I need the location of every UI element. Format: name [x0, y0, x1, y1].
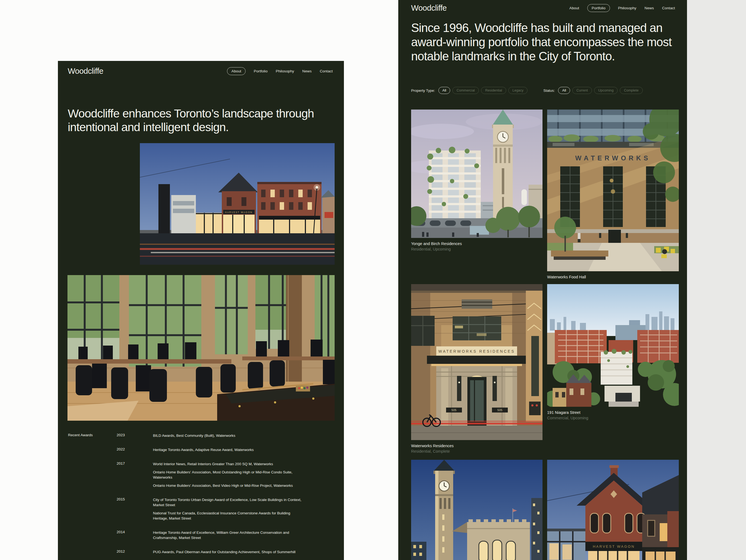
award-year: 2014: [117, 530, 153, 540]
project-title[interactable]: 191 Niagara Street: [547, 410, 679, 415]
project-card-yonge-and-birch[interactable]: Yonge and Birch Residences Residential, …: [411, 110, 543, 251]
award-item: Ontario Home Builders' Association, Most…: [153, 470, 306, 480]
waterworks-residences-sign: WATERWORKS RESIDENCES: [438, 349, 515, 354]
project-card-clock-tower[interactable]: [411, 460, 543, 560]
project-image-yonge-and-birch[interactable]: [411, 110, 543, 238]
award-item: Ontario Home Builders' Association, Best…: [153, 483, 306, 488]
right-margin-area: [687, 0, 746, 560]
status-filter-label: Status:: [543, 88, 555, 93]
award-item: National Trust for Canada, Ecclesiastica…: [153, 510, 306, 521]
project-card-waterworks-food-hall[interactable]: WATERWORKS: [547, 110, 679, 279]
project-title[interactable]: Yonge and Birch Residences: [411, 242, 543, 246]
logo-wordmark[interactable]: Woodcliffe: [68, 67, 103, 76]
project-card-191-niagara[interactable]: 191 Niagara Street Commercial, Upcoming: [547, 284, 679, 420]
project-title[interactable]: Waterworks Residences: [411, 444, 543, 448]
nav-item-contact[interactable]: Contact: [320, 69, 333, 73]
waterworks-residences-illustration: WATERWORKS RESIDENCES: [411, 284, 543, 440]
about-photo-office-interior: [67, 275, 335, 421]
logo-wordmark[interactable]: Woodcliffe: [411, 4, 447, 12]
portfolio-nav: About Portfolio Philosophy News Contact: [569, 4, 675, 12]
award-item: City of Toronto Toronto Urban Design Awa…: [153, 497, 306, 508]
project-image-191-niagara[interactable]: [547, 284, 679, 407]
award-group-2014: 2014 Heritage Toronto Award of Excellenc…: [117, 530, 333, 540]
about-headline: Woodcliffe enhances Toronto’s landscape …: [68, 107, 322, 134]
niagara-aerial-illustration: [547, 284, 679, 407]
page-canvas: Woodcliffe About Portfolio Philosophy Ne…: [0, 0, 746, 560]
summerhill-dusk-illustration: HARVEST WAGON: [547, 460, 679, 560]
award-item: Heritage Toronto Award of Excellence, Wi…: [153, 530, 306, 540]
awards-label: Recent Awards: [68, 433, 117, 560]
filter-property-all[interactable]: All: [438, 87, 451, 94]
awards-list: 2023 BILD Awards, Best Community (Built)…: [117, 433, 333, 560]
nav-item-portfolio[interactable]: Portfolio: [587, 4, 610, 12]
waterworks-sign: WATERWORKS: [575, 155, 651, 162]
filter-status-upcoming[interactable]: Upcoming: [594, 87, 618, 94]
harvest-wagon-sign: HARVEST WAGON: [225, 211, 253, 214]
project-image-waterworks-residences[interactable]: WATERWORKS RESIDENCES: [411, 284, 543, 440]
project-image-summerhill-shops[interactable]: HARVEST WAGON: [547, 460, 679, 560]
portfolio-headline: Since 1996, Woodcliffe has built and man…: [411, 21, 680, 63]
food-hall-illustration: WATERWORKS: [547, 110, 679, 271]
award-year: 2015: [117, 497, 153, 521]
property-type-filter-label: Property Type:: [411, 88, 435, 93]
nav-item-about[interactable]: About: [227, 67, 246, 75]
award-group-2022: 2022 Heritage Toronto Awards, Adaptive R…: [117, 447, 333, 452]
project-image-waterworks-food-hall[interactable]: WATERWORKS: [547, 110, 679, 271]
award-group-2012: 2012 PUG Awards, Paul Oberman Award for …: [117, 549, 333, 555]
portfolio-page-screenshot: Woodcliffe About Portfolio Philosophy Ne…: [398, 0, 687, 560]
portfolio-header: Woodcliffe About Portfolio Philosophy Ne…: [411, 3, 675, 12]
nav-item-news[interactable]: News: [303, 69, 312, 73]
award-item: Heritage Toronto Awards, Adaptive Reuse …: [153, 447, 254, 452]
project-title[interactable]: Waterworks Food Hall: [547, 275, 679, 279]
award-item: World Interior News, Retail Interiors Gr…: [153, 461, 306, 467]
nav-item-philosophy[interactable]: Philosophy: [618, 6, 636, 10]
award-year: 2017: [117, 461, 153, 488]
office-interior-illustration: [67, 275, 335, 421]
award-year: 2012: [117, 549, 153, 555]
filter-property-commercial[interactable]: Commercial: [452, 87, 479, 94]
nav-item-portfolio[interactable]: Portfolio: [254, 69, 267, 73]
about-nav: About Portfolio Philosophy News Contact: [227, 67, 333, 75]
nav-item-about[interactable]: About: [569, 6, 579, 10]
street-number-plaque-left: 505: [452, 409, 456, 412]
award-group-2017: 2017 World Interior News, Retail Interio…: [117, 461, 333, 488]
street-dusk-illustration: HARVEST WAGON: [140, 143, 335, 265]
filter-property-residential[interactable]: Residential: [481, 87, 506, 94]
nav-item-news[interactable]: News: [645, 6, 654, 10]
project-meta: Commercial, Upcoming: [547, 416, 679, 420]
harvest-wagon-storefront-sign: HARVEST WAGON: [593, 544, 635, 549]
project-image-clock-tower[interactable]: [411, 460, 543, 560]
about-page-screenshot: Woodcliffe About Portfolio Philosophy Ne…: [58, 61, 344, 560]
project-card-waterworks-residences[interactable]: WATERWORKS RESIDENCES: [411, 284, 543, 453]
filter-status-current[interactable]: Current: [572, 87, 592, 94]
award-year: 2022: [117, 447, 153, 452]
recent-awards-section: Recent Awards 2023 BILD Awards, Best Com…: [68, 433, 333, 560]
award-group-2015: 2015 City of Toronto Toronto Urban Desig…: [117, 497, 333, 521]
portfolio-filters: Property Type: All Commercial Residentia…: [411, 87, 645, 94]
award-group-2023: 2023 BILD Awards, Best Community (Built)…: [117, 433, 333, 438]
filter-status-all[interactable]: All: [558, 87, 570, 94]
nav-item-contact[interactable]: Contact: [662, 6, 675, 10]
award-year: 2023: [117, 433, 153, 438]
project-meta: Residential, Complete: [411, 449, 543, 453]
project-meta: Residential, Upcoming: [411, 247, 543, 251]
award-item: BILD Awards, Best Community (Built), Wat…: [153, 433, 235, 438]
filter-property-legacy[interactable]: Legacy: [508, 87, 527, 94]
about-photo-street-dusk: HARVEST WAGON: [140, 143, 335, 265]
clock-tower-dusk-illustration: [411, 460, 543, 560]
yonge-birch-illustration: [411, 110, 543, 238]
nav-item-philosophy[interactable]: Philosophy: [276, 69, 294, 73]
about-header: Woodcliffe About Portfolio Philosophy Ne…: [68, 66, 333, 76]
project-card-summerhill-shops[interactable]: HARVEST WAGON: [547, 460, 679, 560]
filter-status-complete[interactable]: Complete: [620, 87, 643, 94]
street-number-plaque-right: 505: [497, 409, 503, 412]
award-item: PUG Awards, Paul Oberman Award for Outst…: [153, 549, 295, 555]
